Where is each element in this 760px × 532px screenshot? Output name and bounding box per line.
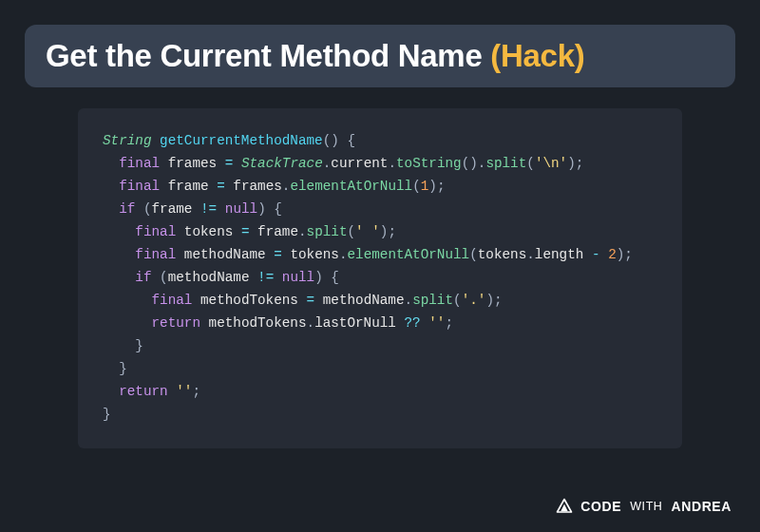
- code-token: getCurrentMethodName: [160, 133, 323, 148]
- brand-name: ANDREA: [672, 499, 732, 514]
- code-token: () {: [323, 133, 355, 148]
- brand-logo-icon: [556, 498, 573, 515]
- code-token: frames: [168, 156, 217, 171]
- page-title: Get the Current Method Name (Hack): [46, 38, 714, 74]
- title-bar: Get the Current Method Name (Hack): [25, 25, 735, 87]
- code-block: String getCurrentMethodName() { final fr…: [78, 108, 682, 448]
- code-token: final: [119, 156, 160, 171]
- brand-code: CODE: [580, 499, 621, 514]
- brand-watermark: CODE WITH ANDREA: [556, 498, 732, 515]
- code-token: String: [103, 133, 151, 148]
- title-hack: (Hack): [490, 38, 584, 73]
- title-main: Get the Current Method Name: [46, 38, 490, 73]
- brand-with: WITH: [630, 500, 662, 513]
- code-token: StackTrace: [241, 156, 323, 171]
